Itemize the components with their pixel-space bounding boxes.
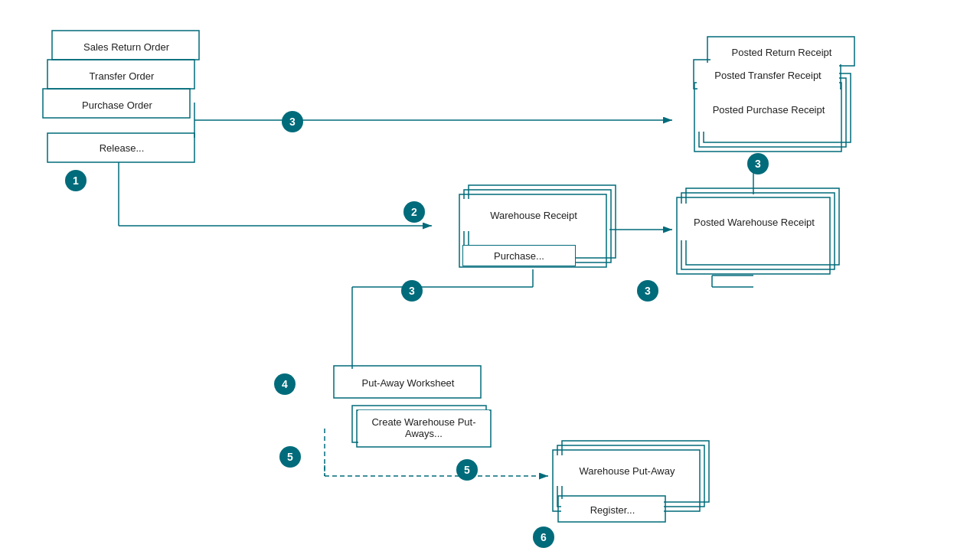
register-label: Register... [561,499,664,520]
badge-step-2: 2 [403,201,425,223]
warehouse-put-away-label: Warehouse Put-Away [556,455,698,486]
sales-return-order-label: Sales Return Order [55,34,198,60]
create-warehouse-put-aways-label: Create Warehouse Put-Aways... [358,410,489,445]
badge-step-4: 4 [274,373,296,395]
badge-step-3b: 3 [747,153,769,174]
put-away-worksheet-label: Put-Away Worksheet [337,369,479,396]
posted-warehouse-receipt-label: Posted Warehouse Receipt [680,204,828,240]
warehouse-receipt-purchase-label: Purchase... [462,245,576,266]
badge-step-3c: 3 [401,280,423,302]
posted-return-receipt-label: Posted Return Receipt [710,40,853,64]
posted-transfer-receipt-label: Posted Transfer Receipt [697,63,839,87]
warehouse-receipt-label: Warehouse Receipt [462,199,605,231]
badge-step-6: 6 [533,527,554,548]
release-label: Release... [51,136,193,159]
badge-step-5b: 5 [456,459,478,481]
diagram-container: 1 2 3 3 3 3 4 5 5 6 Sales Return Order T… [0,0,980,551]
badge-step-1: 1 [65,170,87,191]
posted-purchase-receipt-label: Posted Purchase Receipt [697,87,840,132]
badge-step-3a: 3 [282,111,303,132]
badge-step-3d: 3 [637,280,658,302]
purchase-order-label: Purchase Order [46,92,188,118]
transfer-order-label: Transfer Order [51,63,193,89]
badge-step-5a: 5 [279,446,301,468]
